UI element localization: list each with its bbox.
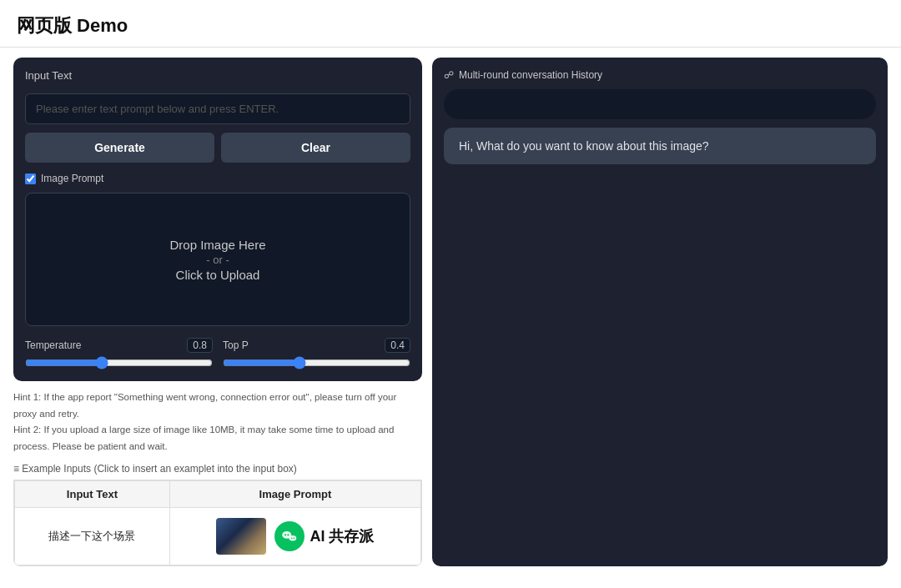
svg-point-2 xyxy=(288,534,289,535)
drop-zone[interactable]: Drop Image Here - or - Click to Upload xyxy=(25,193,410,326)
history-icon: ☍ xyxy=(444,69,454,81)
example-table: Input Text Image Prompt 描述一下这个场景 xyxy=(14,480,421,565)
row1-image: AI 共存派 xyxy=(169,508,420,565)
history-label: ☍ Multi-round conversation History xyxy=(444,69,876,81)
hints: Hint 1: If the app report "Something wen… xyxy=(13,381,422,458)
example-header[interactable]: ≡ Example Inputs (Click to insert an exa… xyxy=(13,458,422,480)
svg-point-5 xyxy=(294,538,295,540)
col-image-prompt: Image Prompt xyxy=(169,481,420,508)
table-row[interactable]: 描述一下这个场景 xyxy=(15,508,421,565)
temperature-slider[interactable] xyxy=(25,356,213,369)
right-panel: ☍ Multi-round conversation History Hi, W… xyxy=(432,58,888,566)
svg-point-3 xyxy=(289,535,297,541)
svg-point-1 xyxy=(284,534,286,535)
btn-row: Generate Clear xyxy=(25,133,410,163)
generate-button[interactable]: Generate xyxy=(25,133,214,163)
left-inner: Input Text Generate Clear Image Prompt D… xyxy=(13,58,422,381)
input-text-label: Input Text xyxy=(25,69,410,82)
wechat-icon xyxy=(274,521,305,551)
hint1: Hint 1: If the app report "Something wen… xyxy=(13,389,422,422)
col-input-text: Input Text xyxy=(15,481,170,508)
image-prompt-label-row: Image Prompt xyxy=(25,173,410,184)
hint2: Hint 2: If you upload a large size of im… xyxy=(13,422,422,455)
example-header-text: ≡ Example Inputs (Click to insert an exa… xyxy=(13,463,297,475)
image-prompt-checkbox[interactable] xyxy=(25,173,36,184)
chat-input-bar[interactable] xyxy=(444,89,876,119)
chat-bubble: Hi, What do you want to know about this … xyxy=(444,128,876,164)
top-p-label: Top P xyxy=(223,339,249,351)
example-table-container: Input Text Image Prompt 描述一下这个场景 xyxy=(13,480,422,566)
drop-click: Click to Upload xyxy=(176,268,260,282)
top-p-top: Top P 0.4 xyxy=(223,338,410,353)
top-p-slider[interactable] xyxy=(223,356,410,369)
sample-image xyxy=(216,518,266,555)
wechat-badge: AI 共存派 xyxy=(274,521,374,551)
sliders-row: Temperature 0.8 Top P 0.4 xyxy=(25,338,410,369)
main-content: Input Text Generate Clear Image Prompt D… xyxy=(0,48,901,576)
temperature-value: 0.8 xyxy=(187,338,213,353)
top-p-group: Top P 0.4 xyxy=(223,338,410,369)
drop-title: Drop Image Here xyxy=(169,238,265,252)
wechat-label: AI 共存派 xyxy=(310,526,374,546)
left-panel: Input Text Generate Clear Image Prompt D… xyxy=(13,58,422,566)
row1-text: 描述一下这个场景 xyxy=(15,508,170,565)
history-label-text: Multi-round conversation History xyxy=(459,69,602,81)
svg-point-4 xyxy=(291,538,293,540)
temperature-group: Temperature 0.8 xyxy=(25,338,213,369)
page-header: 网页版 Demo xyxy=(0,0,901,48)
clear-button[interactable]: Clear xyxy=(221,133,410,163)
page-title: 网页版 Demo xyxy=(17,13,884,38)
temperature-label: Temperature xyxy=(25,339,81,351)
text-input[interactable] xyxy=(25,93,410,124)
image-prompt-label-text: Image Prompt xyxy=(41,173,103,184)
drop-or: - or - xyxy=(206,254,229,266)
temperature-top: Temperature 0.8 xyxy=(25,338,213,353)
top-p-value: 0.4 xyxy=(385,338,410,353)
